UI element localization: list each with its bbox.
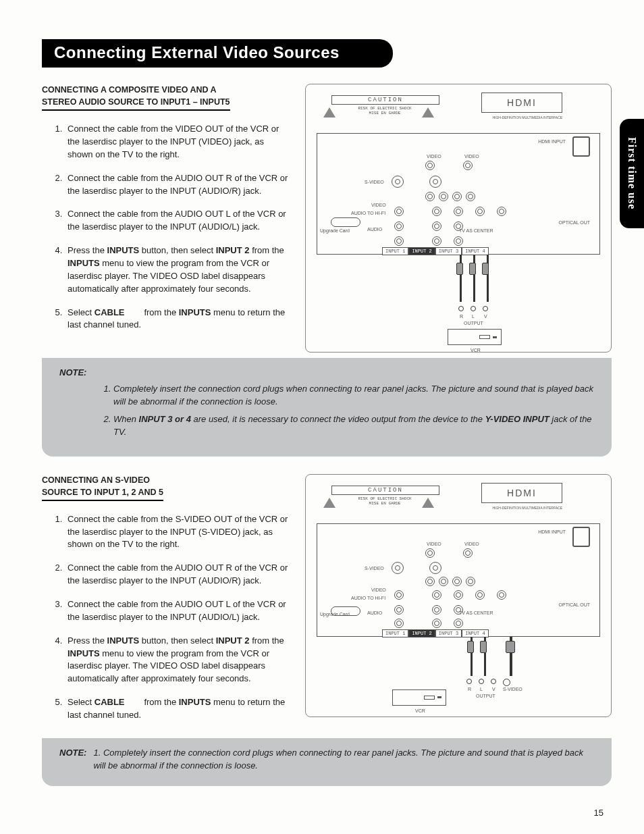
t: Select — [68, 697, 95, 707]
hdmi-port-icon — [572, 136, 590, 157]
t: from the — [125, 697, 179, 707]
t: INPUT 3 or 4 — [139, 414, 191, 424]
upgrade-slot-icon — [331, 606, 360, 616]
t: INPUTS — [179, 697, 211, 707]
step: Connect the cable from the VIDEO OUT of … — [65, 123, 292, 161]
t: from the — [250, 635, 284, 646]
t: are used, it is necessary to connect the… — [191, 414, 485, 424]
t: L — [472, 314, 475, 319]
t: AUDIO TO HI-FI — [351, 596, 385, 600]
t: TV AS CENTER — [459, 610, 493, 615]
page-title: Connecting External Video Sources — [42, 39, 393, 68]
rear-panel: HDMI INPUT VIDEO VIDEO S-VIDEO VIDEO AUD… — [317, 133, 600, 255]
rca-plug-icon — [467, 641, 474, 653]
step-text: Connect the cable from the VIDEO OUT of … — [68, 124, 279, 159]
t: OPTICAL OUT — [559, 602, 590, 607]
side-tab: First time use — [620, 119, 644, 228]
t: V — [492, 687, 495, 692]
t: AUDIO — [367, 610, 382, 615]
connection-diagram-composite: CAUTION RISK OF ELECTRIC SHOCK MISE EN G… — [305, 84, 612, 353]
risk-label: RISK OF ELECTRIC SHOCK MISE EN GARDE — [348, 106, 422, 115]
t: MISE EN GARDE — [369, 501, 401, 506]
connection-diagram-svideo: CAUTION RISK OF ELECTRIC SHOCK MISE EN G… — [305, 474, 612, 717]
t: INPUTS — [179, 307, 211, 317]
note-list: Completely insert the connection cord pl… — [59, 382, 594, 439]
step: Connect the cable from the AUDIO OUT L o… — [65, 208, 292, 234]
risk-label: RISK OF ELECTRIC SHOCK MISE EN GARDE — [348, 496, 422, 506]
step: Select CABLE from the INPUTS menu to ret… — [65, 307, 292, 332]
t: HDMI INPUT — [538, 529, 566, 534]
t: AUDIO — [367, 227, 382, 232]
t: CABLE — [95, 307, 125, 317]
t: from the — [125, 307, 179, 317]
section2-note: NOTE: 1. Completely insert the connectio… — [42, 738, 612, 786]
t: S-VIDEO — [365, 180, 384, 184]
t: OUTPUT — [464, 321, 483, 325]
t: button, then select — [139, 245, 215, 255]
t: INPUT 2 — [408, 247, 435, 255]
rca-plug-icon — [480, 641, 487, 653]
t: HDMI — [507, 97, 537, 108]
rca-plug-icon — [456, 263, 463, 275]
section2-heading-l2: SOURCE TO INPUT 1, 2 AND 5 — [42, 486, 163, 498]
t: from the — [250, 245, 284, 255]
t: HIGH-DEFINITION MULTIMEDIA INTERFACE — [492, 506, 562, 510]
rca-plug-icon — [469, 263, 476, 275]
t: S-VIDEO — [503, 687, 522, 692]
t: L — [480, 687, 483, 692]
t: TV AS CENTER — [459, 228, 493, 233]
section1-heading-l1: CONNECTING A COMPOSITE VIDEO AND A — [42, 85, 217, 95]
t: When — [113, 414, 139, 424]
side-tab-label: First time use — [626, 137, 638, 209]
rca-plug-icon — [482, 263, 489, 275]
t: OUTPUT — [476, 694, 495, 698]
t: INPUT 1 — [382, 629, 408, 637]
t: Upgrade Card — [320, 228, 350, 233]
step-text: Connect the cable from the AUDIO OUT L o… — [68, 209, 286, 232]
vcr-icon — [392, 689, 446, 706]
t: OPTICAL OUT — [559, 220, 590, 225]
t: INPUTS — [107, 245, 140, 255]
t: Press the — [68, 245, 107, 255]
t: VIDEO — [371, 203, 386, 207]
input-tabs: INPUT 1 INPUT 2 INPUT 3 INPUT 4 — [382, 247, 489, 255]
section2-heading: CONNECTING AN S-VIDEO SOURCE TO INPUT 1,… — [42, 474, 163, 501]
t: INPUT 3 — [435, 247, 462, 255]
t: INPUT 3 — [435, 629, 462, 637]
note-text: 1. Completely insert the connection cord… — [93, 746, 594, 773]
t: Press the — [68, 635, 107, 646]
t: RISK OF ELECTRIC SHOCK — [358, 496, 411, 501]
note-item: Completely insert the connection cord pl… — [113, 382, 594, 409]
step-text: Connect the cable from the AUDIO OUT L o… — [68, 599, 286, 622]
section2-heading-l1: CONNECTING AN S-VIDEO — [42, 475, 150, 485]
section2-steps: Connect the cable from the S-VIDEO OUT o… — [42, 513, 292, 722]
t: HIGH-DEFINITION MULTIMEDIA INTERFACE — [492, 115, 562, 120]
t: VIDEO — [427, 154, 441, 159]
t: HDMI INPUT — [538, 139, 566, 144]
step-text: Connect the cable from the AUDIO OUT R o… — [68, 563, 288, 585]
t: Y-VIDEO INPUT — [485, 414, 549, 424]
t: VCR — [415, 708, 425, 713]
vcr-icon — [448, 329, 502, 345]
t: CABLE — [95, 697, 125, 707]
t: R — [460, 314, 463, 319]
step: Connect the cable from the AUDIO OUT R o… — [65, 562, 292, 588]
t: VIDEO — [427, 542, 441, 546]
t: VIDEO — [464, 154, 479, 159]
hdmi-port-icon — [572, 527, 590, 547]
hdmi-logo: HDMI — [481, 483, 562, 503]
section1-steps: Connect the cable from the VIDEO OUT of … — [42, 123, 292, 332]
hdmi-logo: HDMI — [481, 93, 562, 113]
t: V — [484, 314, 487, 319]
step: Press the INPUTS button, then select INP… — [65, 635, 292, 685]
t: RISK OF ELECTRIC SHOCK — [358, 106, 411, 111]
rear-panel: HDMI INPUT VIDEO VIDEO S-VIDEO VIDEO AUD… — [317, 523, 600, 637]
t: Select — [68, 307, 95, 317]
page-number: 15 — [594, 808, 603, 818]
caution-label: CAUTION — [331, 486, 439, 495]
step-text: Connect the cable from the AUDIO OUT R o… — [68, 173, 288, 196]
step: Connect the cable from the S-VIDEO OUT o… — [65, 513, 292, 552]
note-item: When INPUT 3 or 4 are used, it is necess… — [113, 413, 594, 439]
section1-heading-l2: STEREO AUDIO SOURCE TO INPUT1 – INPUT5 — [42, 96, 230, 108]
t: AUDIO TO HI-FI — [351, 211, 385, 215]
